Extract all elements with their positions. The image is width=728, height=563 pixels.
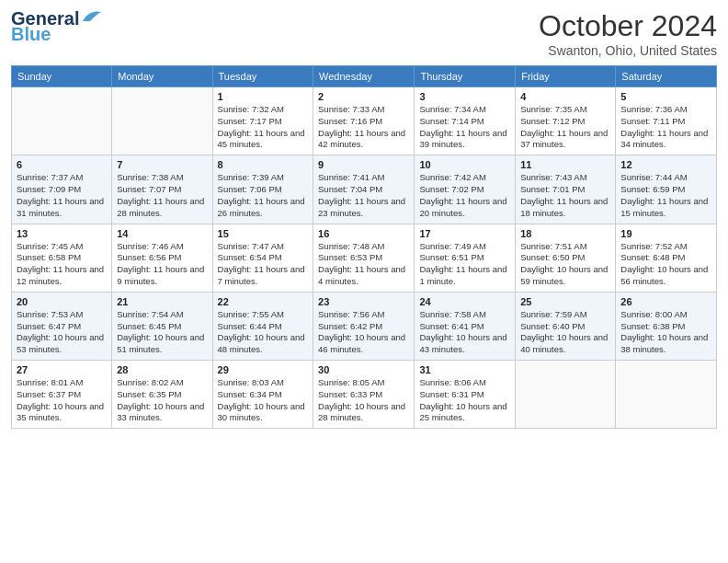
calendar-week-row: 27Sunrise: 8:01 AM Sunset: 6:37 PM Dayli… xyxy=(12,361,717,429)
calendar-week-row: 1Sunrise: 7:32 AM Sunset: 7:17 PM Daylig… xyxy=(12,87,717,155)
calendar-week-row: 13Sunrise: 7:45 AM Sunset: 6:58 PM Dayli… xyxy=(12,224,717,292)
calendar-day-cell: 18Sunrise: 7:51 AM Sunset: 6:50 PM Dayli… xyxy=(516,224,616,292)
day-number: 2 xyxy=(318,91,409,102)
month-title: October 2024 xyxy=(539,9,717,43)
day-info: Sunrise: 7:35 AM Sunset: 7:12 PM Dayligh… xyxy=(520,104,610,151)
day-number: 27 xyxy=(17,364,107,375)
calendar-day-cell: 20Sunrise: 7:53 AM Sunset: 6:47 PM Dayli… xyxy=(12,292,112,360)
day-info: Sunrise: 7:59 AM Sunset: 6:40 PM Dayligh… xyxy=(520,309,610,356)
calendar-day-cell: 25Sunrise: 7:59 AM Sunset: 6:40 PM Dayli… xyxy=(516,292,616,360)
day-info: Sunrise: 7:49 AM Sunset: 6:51 PM Dayligh… xyxy=(419,241,510,288)
day-info: Sunrise: 8:02 AM Sunset: 6:35 PM Dayligh… xyxy=(117,377,207,424)
day-number: 23 xyxy=(318,296,409,307)
day-number: 20 xyxy=(17,296,107,307)
day-number: 15 xyxy=(218,228,308,239)
col-tuesday: Tuesday xyxy=(212,66,313,87)
day-info: Sunrise: 7:56 AM Sunset: 6:42 PM Dayligh… xyxy=(318,309,409,356)
calendar-day-cell: 11Sunrise: 7:43 AM Sunset: 7:01 PM Dayli… xyxy=(516,155,616,224)
calendar-table: Sunday Monday Tuesday Wednesday Thursday… xyxy=(11,65,717,429)
col-saturday: Saturday xyxy=(616,66,717,87)
calendar-day-cell xyxy=(516,361,616,429)
calendar-day-cell: 4Sunrise: 7:35 AM Sunset: 7:12 PM Daylig… xyxy=(516,87,616,155)
day-info: Sunrise: 7:32 AM Sunset: 7:17 PM Dayligh… xyxy=(218,104,308,151)
day-number: 6 xyxy=(17,159,107,170)
day-number: 3 xyxy=(419,91,510,102)
day-number: 16 xyxy=(318,228,409,239)
calendar-week-row: 6Sunrise: 7:37 AM Sunset: 7:09 PM Daylig… xyxy=(12,155,717,224)
day-info: Sunrise: 7:36 AM Sunset: 7:11 PM Dayligh… xyxy=(620,104,711,151)
calendar-day-cell: 13Sunrise: 7:45 AM Sunset: 6:58 PM Dayli… xyxy=(12,224,112,292)
calendar-container: General Blue October 2024 Swanton, Ohio,… xyxy=(0,0,728,563)
calendar-day-cell: 16Sunrise: 7:48 AM Sunset: 6:53 PM Dayli… xyxy=(313,224,415,292)
calendar-day-cell: 2Sunrise: 7:33 AM Sunset: 7:16 PM Daylig… xyxy=(313,87,415,155)
day-number: 10 xyxy=(419,159,510,170)
calendar-day-cell: 23Sunrise: 7:56 AM Sunset: 6:42 PM Dayli… xyxy=(313,292,415,360)
calendar-day-cell xyxy=(12,87,112,155)
calendar-day-cell: 14Sunrise: 7:46 AM Sunset: 6:56 PM Dayli… xyxy=(112,224,212,292)
day-number: 24 xyxy=(419,296,510,307)
day-number: 21 xyxy=(117,296,207,307)
day-number: 22 xyxy=(218,296,308,307)
calendar-day-cell: 1Sunrise: 7:32 AM Sunset: 7:17 PM Daylig… xyxy=(212,87,313,155)
calendar-day-cell: 31Sunrise: 8:06 AM Sunset: 6:31 PM Dayli… xyxy=(415,361,516,429)
day-info: Sunrise: 7:37 AM Sunset: 7:09 PM Dayligh… xyxy=(17,172,107,219)
day-info: Sunrise: 7:44 AM Sunset: 6:59 PM Dayligh… xyxy=(620,172,711,219)
calendar-day-cell: 24Sunrise: 7:58 AM Sunset: 6:41 PM Dayli… xyxy=(415,292,516,360)
day-number: 1 xyxy=(218,91,308,102)
day-info: Sunrise: 7:46 AM Sunset: 6:56 PM Dayligh… xyxy=(117,241,207,288)
day-info: Sunrise: 8:03 AM Sunset: 6:34 PM Dayligh… xyxy=(218,377,308,424)
day-info: Sunrise: 7:45 AM Sunset: 6:58 PM Dayligh… xyxy=(17,241,107,288)
title-area: October 2024 Swanton, Ohio, United State… xyxy=(539,9,717,58)
day-info: Sunrise: 7:38 AM Sunset: 7:07 PM Dayligh… xyxy=(117,172,207,219)
col-sunday: Sunday xyxy=(12,66,112,87)
day-info: Sunrise: 8:00 AM Sunset: 6:38 PM Dayligh… xyxy=(620,309,711,356)
calendar-day-cell: 26Sunrise: 8:00 AM Sunset: 6:38 PM Dayli… xyxy=(616,292,717,360)
col-thursday: Thursday xyxy=(415,66,516,87)
calendar-day-cell: 22Sunrise: 7:55 AM Sunset: 6:44 PM Dayli… xyxy=(212,292,313,360)
calendar-day-cell: 21Sunrise: 7:54 AM Sunset: 6:45 PM Dayli… xyxy=(112,292,212,360)
day-number: 9 xyxy=(318,159,409,170)
logo: General Blue xyxy=(11,9,101,44)
day-number: 7 xyxy=(117,159,207,170)
calendar-day-cell: 7Sunrise: 7:38 AM Sunset: 7:07 PM Daylig… xyxy=(112,155,212,224)
day-number: 8 xyxy=(218,159,308,170)
calendar-day-cell: 5Sunrise: 7:36 AM Sunset: 7:11 PM Daylig… xyxy=(616,87,717,155)
calendar-day-cell: 27Sunrise: 8:01 AM Sunset: 6:37 PM Dayli… xyxy=(12,361,112,429)
calendar-day-cell: 6Sunrise: 7:37 AM Sunset: 7:09 PM Daylig… xyxy=(12,155,112,224)
col-monday: Monday xyxy=(112,66,212,87)
day-info: Sunrise: 7:51 AM Sunset: 6:50 PM Dayligh… xyxy=(520,241,610,288)
day-number: 28 xyxy=(117,364,207,375)
col-friday: Friday xyxy=(516,66,616,87)
calendar-day-cell: 12Sunrise: 7:44 AM Sunset: 6:59 PM Dayli… xyxy=(616,155,717,224)
calendar-day-cell: 8Sunrise: 7:39 AM Sunset: 7:06 PM Daylig… xyxy=(212,155,313,224)
header-row: Sunday Monday Tuesday Wednesday Thursday… xyxy=(12,66,717,87)
day-number: 11 xyxy=(520,159,610,170)
location: Swanton, Ohio, United States xyxy=(539,43,717,58)
header: General Blue October 2024 Swanton, Ohio,… xyxy=(11,9,717,58)
calendar-day-cell: 15Sunrise: 7:47 AM Sunset: 6:54 PM Dayli… xyxy=(212,224,313,292)
calendar-day-cell: 17Sunrise: 7:49 AM Sunset: 6:51 PM Dayli… xyxy=(415,224,516,292)
calendar-day-cell: 3Sunrise: 7:34 AM Sunset: 7:14 PM Daylig… xyxy=(415,87,516,155)
calendar-day-cell: 9Sunrise: 7:41 AM Sunset: 7:04 PM Daylig… xyxy=(313,155,415,224)
day-info: Sunrise: 7:52 AM Sunset: 6:48 PM Dayligh… xyxy=(620,241,711,288)
col-wednesday: Wednesday xyxy=(313,66,415,87)
day-number: 12 xyxy=(620,159,711,170)
day-number: 25 xyxy=(520,296,610,307)
day-info: Sunrise: 7:42 AM Sunset: 7:02 PM Dayligh… xyxy=(419,172,510,219)
calendar-day-cell xyxy=(616,361,717,429)
calendar-day-cell: 29Sunrise: 8:03 AM Sunset: 6:34 PM Dayli… xyxy=(212,361,313,429)
day-number: 29 xyxy=(218,364,308,375)
day-info: Sunrise: 7:43 AM Sunset: 7:01 PM Dayligh… xyxy=(520,172,610,219)
calendar-day-cell: 19Sunrise: 7:52 AM Sunset: 6:48 PM Dayli… xyxy=(616,224,717,292)
day-info: Sunrise: 7:55 AM Sunset: 6:44 PM Dayligh… xyxy=(218,309,308,356)
calendar-day-cell: 28Sunrise: 8:02 AM Sunset: 6:35 PM Dayli… xyxy=(112,361,212,429)
calendar-day-cell xyxy=(112,87,212,155)
calendar-week-row: 20Sunrise: 7:53 AM Sunset: 6:47 PM Dayli… xyxy=(12,292,717,360)
day-info: Sunrise: 7:48 AM Sunset: 6:53 PM Dayligh… xyxy=(318,241,409,288)
day-info: Sunrise: 7:47 AM Sunset: 6:54 PM Dayligh… xyxy=(218,241,308,288)
day-number: 4 xyxy=(520,91,610,102)
day-info: Sunrise: 7:53 AM Sunset: 6:47 PM Dayligh… xyxy=(17,309,107,356)
day-number: 17 xyxy=(419,228,510,239)
day-info: Sunrise: 7:39 AM Sunset: 7:06 PM Dayligh… xyxy=(218,172,308,219)
day-number: 30 xyxy=(318,364,409,375)
